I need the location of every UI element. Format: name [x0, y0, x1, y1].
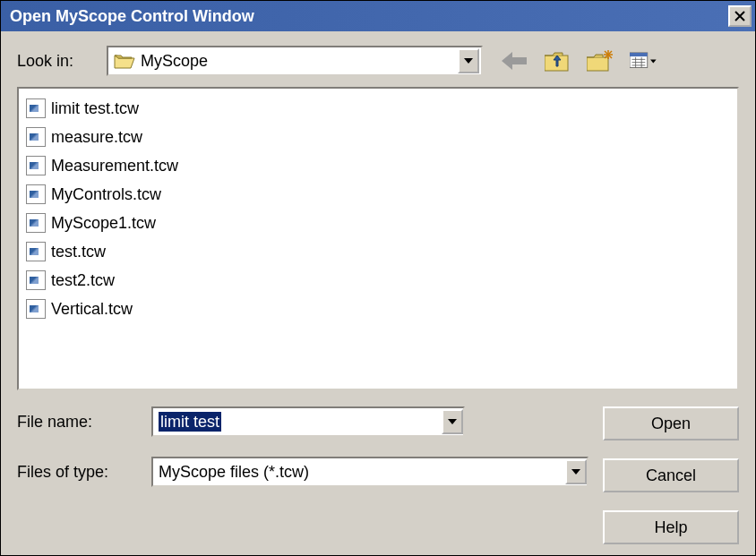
folder-open-icon — [114, 52, 135, 70]
tcw-file-icon — [26, 184, 46, 204]
back-icon — [502, 52, 527, 70]
file-name: MyScope1.tcw — [51, 214, 156, 233]
new-folder-icon — [587, 50, 614, 72]
chevron-down-icon — [448, 419, 457, 424]
file-name: test.tcw — [51, 243, 106, 261]
file-item[interactable]: test2.tcw — [22, 266, 734, 295]
file-name: MyControls.tcw — [51, 185, 161, 204]
chevron-down-icon — [650, 59, 657, 64]
bottom-section: File name: limit test Files of type: MyS… — [17, 406, 739, 544]
file-name: test2.tcw — [51, 271, 115, 290]
close-icon — [735, 11, 745, 21]
tcw-file-icon — [26, 213, 46, 233]
file-item[interactable]: MyControls.tcw — [22, 180, 734, 209]
file-name: Vertical.tcw — [51, 300, 133, 319]
open-button[interactable]: Open — [603, 406, 739, 441]
views-menu-button[interactable] — [630, 47, 657, 74]
filename-value: limit test — [159, 413, 442, 432]
up-one-level-button[interactable] — [544, 47, 571, 74]
buttons-column: Open Cancel Help — [603, 406, 739, 544]
tcw-file-icon — [26, 156, 46, 175]
svg-rect-1 — [587, 57, 608, 71]
close-button[interactable] — [728, 5, 752, 27]
filename-row: File name: limit test — [17, 406, 588, 437]
file-item[interactable]: Vertical.tcw — [22, 295, 734, 323]
cancel-button[interactable]: Cancel — [603, 458, 739, 492]
filetype-label: Files of type: — [17, 463, 151, 482]
filename-combo[interactable]: limit test — [151, 406, 465, 437]
filetype-row: Files of type: MyScope files (*.tcw) — [17, 457, 588, 487]
file-item[interactable]: limit test.tcw — [22, 94, 734, 123]
tcw-file-icon — [26, 299, 46, 319]
back-button[interactable] — [501, 47, 528, 74]
file-item[interactable]: measure.tcw — [22, 123, 734, 151]
filetype-dropdown-arrow[interactable] — [565, 459, 587, 484]
tcw-file-icon — [26, 127, 46, 147]
file-item[interactable]: Measurement.tcw — [22, 151, 734, 180]
chevron-down-icon — [464, 58, 473, 64]
folder-up-icon — [545, 50, 570, 72]
tcw-file-icon — [26, 270, 46, 290]
file-item[interactable]: test.tcw — [22, 237, 734, 266]
titlebar: Open MyScope Control Window — [1, 1, 755, 31]
filename-dropdown-arrow[interactable] — [442, 409, 463, 434]
file-name: measure.tcw — [51, 128, 142, 147]
file-item[interactable]: MyScope1.tcw — [22, 209, 734, 237]
lookin-dropdown-arrow[interactable] — [458, 48, 479, 73]
lookin-combo[interactable]: MyScope — [107, 46, 483, 76]
filetype-combo[interactable]: MyScope files (*.tcw) — [151, 457, 588, 487]
views-menu-icon — [630, 51, 649, 71]
file-name: Measurement.tcw — [51, 157, 178, 175]
window-title: Open MyScope Control Window — [10, 7, 728, 26]
help-button[interactable]: Help — [603, 510, 739, 544]
new-folder-button[interactable] — [587, 47, 614, 74]
tcw-file-icon — [26, 98, 46, 118]
open-dialog: Open MyScope Control Window Look in: MyS… — [0, 0, 756, 556]
dialog-body: Look in: MyScope — [1, 31, 755, 555]
filetype-value: MyScope files (*.tcw) — [159, 463, 565, 482]
file-name: limit test.tcw — [51, 99, 139, 118]
tcw-file-icon — [26, 242, 46, 261]
lookin-label: Look in: — [17, 52, 107, 71]
lookin-row: Look in: MyScope — [17, 46, 739, 76]
file-list[interactable]: limit test.tcwmeasure.tcwMeasurement.tcw… — [17, 87, 739, 390]
nav-toolbar — [501, 47, 657, 74]
svg-rect-7 — [630, 53, 648, 56]
lookin-value: MyScope — [141, 52, 458, 71]
filename-label: File name: — [17, 413, 151, 432]
fields: File name: limit test Files of type: MyS… — [17, 406, 588, 544]
chevron-down-icon — [571, 469, 580, 475]
